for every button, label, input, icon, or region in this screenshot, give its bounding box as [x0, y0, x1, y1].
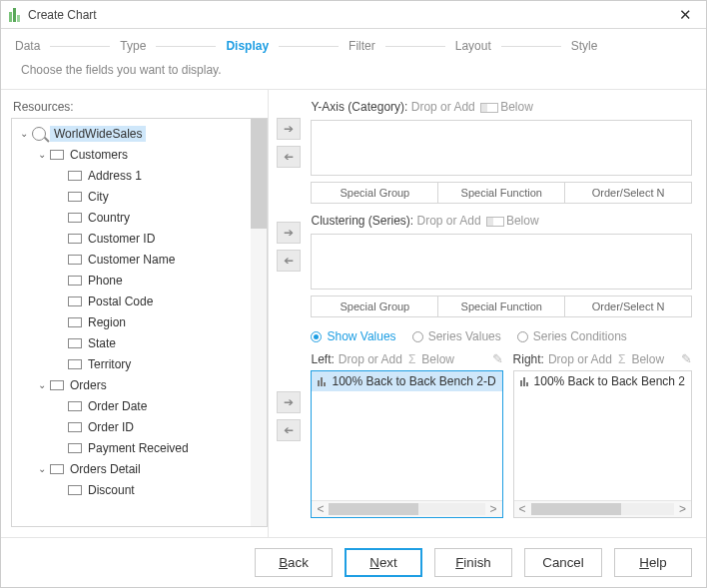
- field-icon: [68, 443, 82, 453]
- field-icon: [68, 171, 82, 181]
- radio-show-values[interactable]: Show Values: [311, 329, 395, 343]
- wizard-steps: Data Type Display Filter Layout Style: [1, 29, 706, 59]
- order-select-button[interactable]: Order/Select N: [565, 295, 692, 317]
- radio-series-values[interactable]: Series Values: [412, 329, 501, 343]
- remove-yaxis-button[interactable]: ➔: [277, 146, 301, 168]
- grid-icon: [486, 217, 504, 227]
- tree-group[interactable]: Orders: [70, 378, 107, 392]
- remove-series-button[interactable]: ➔: [277, 250, 301, 272]
- titlebar: Create Chart ✕: [1, 1, 706, 29]
- field-icon: [68, 296, 82, 306]
- resources-tree[interactable]: ⌄WorldWideSales ⌄Customers ·Address 1 ·C…: [11, 118, 268, 527]
- radio-series-conditions[interactable]: Series Conditions: [517, 329, 627, 343]
- field-icon: [68, 234, 82, 244]
- tree-item[interactable]: Country: [88, 211, 130, 225]
- left-values-list[interactable]: 100% Back to Back Bench 2-D <>: [311, 370, 502, 518]
- sigma-icon: Σ: [408, 352, 415, 366]
- tree-item[interactable]: Address 1: [88, 169, 142, 183]
- step-style[interactable]: Style: [571, 39, 598, 53]
- caret-icon[interactable]: ⌄: [18, 128, 30, 139]
- special-group-button[interactable]: Special Group: [311, 295, 438, 317]
- caret-icon[interactable]: ⌄: [36, 379, 48, 390]
- next-button[interactable]: Next: [345, 548, 422, 577]
- yaxis-label: Y-Axis (Category): Drop or Add Below: [311, 100, 692, 114]
- remove-value-button[interactable]: ➔: [277, 419, 301, 441]
- scrollbar[interactable]: <>: [312, 500, 501, 517]
- field-icon: [68, 359, 82, 369]
- step-type[interactable]: Type: [120, 39, 146, 53]
- subtitle: Choose the fields you want to display.: [1, 59, 706, 90]
- cancel-button[interactable]: Cancel: [524, 548, 602, 577]
- tree-item[interactable]: Postal Code: [88, 294, 153, 308]
- chart-icon: [318, 377, 326, 386]
- field-icon: [68, 192, 82, 202]
- scrollbar[interactable]: <>: [514, 500, 691, 517]
- clustering-dropzone[interactable]: [311, 234, 692, 290]
- tree-item[interactable]: Customer ID: [88, 232, 155, 246]
- field-icon: [68, 338, 82, 348]
- special-function-button[interactable]: Special Function: [438, 182, 565, 204]
- caret-icon[interactable]: ⌄: [36, 149, 48, 160]
- folder-icon: [50, 380, 64, 390]
- step-layout[interactable]: Layout: [455, 39, 491, 53]
- field-icon: [68, 276, 82, 286]
- window-title: Create Chart: [28, 8, 97, 22]
- help-button[interactable]: Help: [614, 548, 692, 577]
- order-select-button[interactable]: Order/Select N: [565, 182, 692, 204]
- tree-item[interactable]: State: [88, 336, 116, 350]
- search-icon: [32, 127, 46, 141]
- tree-item[interactable]: Payment Received: [88, 441, 189, 455]
- yaxis-dropzone[interactable]: [311, 120, 692, 176]
- wizard-footer: Back Next Finish Cancel Help: [1, 537, 706, 587]
- grid-icon: [480, 103, 498, 113]
- tree-item[interactable]: Region: [88, 315, 126, 329]
- edit-icon[interactable]: ✎: [681, 351, 692, 366]
- sigma-icon: Σ: [618, 352, 625, 366]
- field-icon: [68, 422, 82, 432]
- field-icon: [68, 255, 82, 265]
- scrollbar[interactable]: [251, 119, 267, 526]
- value-item[interactable]: 100% Back to Back Bench 2: [514, 371, 691, 391]
- left-values-header: Left:Drop or AddΣBelow✎: [311, 351, 502, 366]
- tree-group[interactable]: Orders Detail: [70, 462, 141, 476]
- tree-item[interactable]: Order Date: [88, 399, 147, 413]
- field-icon: [68, 317, 82, 327]
- chart-icon: [520, 377, 528, 386]
- tree-item[interactable]: Customer Name: [88, 253, 175, 267]
- display-mode-radios: Show Values Series Values Series Conditi…: [311, 329, 692, 343]
- add-value-button[interactable]: ➔: [277, 391, 301, 413]
- right-values-list[interactable]: 100% Back to Back Bench 2 <>: [513, 370, 692, 518]
- clustering-label: Clustering (Series): Drop or Add Below: [311, 214, 692, 228]
- tree-item[interactable]: Order ID: [88, 420, 134, 434]
- step-filter[interactable]: Filter: [349, 39, 375, 53]
- step-display[interactable]: Display: [226, 39, 269, 53]
- tree-item[interactable]: City: [88, 190, 109, 204]
- tree-group[interactable]: Customers: [70, 148, 128, 162]
- caret-icon[interactable]: ⌄: [36, 463, 48, 474]
- value-item[interactable]: 100% Back to Back Bench 2-D: [312, 371, 501, 391]
- tree-root[interactable]: WorldWideSales: [50, 126, 146, 142]
- special-function-button[interactable]: Special Function: [438, 295, 565, 317]
- edit-icon[interactable]: ✎: [492, 351, 503, 366]
- close-icon[interactable]: ✕: [675, 7, 696, 22]
- field-icon: [68, 213, 82, 223]
- field-icon: [68, 401, 82, 411]
- right-values-header: Right:Drop or AddΣBelow✎: [513, 351, 692, 366]
- folder-icon: [50, 150, 64, 160]
- add-series-button[interactable]: ➔: [277, 222, 301, 244]
- finish-button[interactable]: Finish: [434, 548, 512, 577]
- app-icon: [9, 8, 20, 22]
- folder-icon: [50, 464, 64, 474]
- tree-item[interactable]: Territory: [88, 357, 131, 371]
- field-icon: [68, 485, 82, 495]
- resources-label: Resources:: [11, 100, 268, 114]
- add-yaxis-button[interactable]: ➔: [277, 118, 301, 140]
- special-group-button[interactable]: Special Group: [311, 182, 438, 204]
- back-button[interactable]: Back: [255, 548, 333, 577]
- tree-item[interactable]: Phone: [88, 274, 123, 288]
- step-data[interactable]: Data: [15, 39, 40, 53]
- tree-item[interactable]: Discount: [88, 483, 135, 497]
